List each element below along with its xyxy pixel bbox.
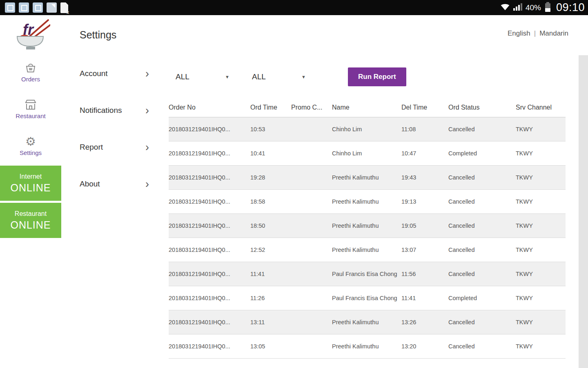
battery-percent: 40% [526, 3, 541, 12]
cell-ord-status: Cancelled [448, 343, 516, 350]
app-logo[interactable]: fr [0, 18, 61, 55]
status-bar-notifications [5, 2, 68, 13]
app-notification-icon-1 [5, 2, 15, 13]
cell-order-no: 2018031219401IHQ0... [169, 343, 250, 350]
file-error-icon [60, 2, 68, 13]
sidebar-item-label: Settings [0, 149, 61, 156]
cell-name: Paul Francis Eisa Chong [332, 294, 401, 302]
table-row[interactable]: 2018031219401IHQ0... 11:41 Paul Francis … [169, 262, 566, 286]
cell-del-time: 19:13 [401, 198, 448, 206]
sidebar-item-label: Orders [0, 76, 61, 83]
menu-item-account[interactable]: Account › [61, 55, 157, 92]
table-row[interactable]: 2018031219401IHQ0... 18:50 Preethi Kalim… [169, 214, 566, 238]
wifi-icon [500, 3, 510, 12]
chevron-right-icon: › [145, 179, 149, 190]
table-row[interactable]: 2018031219401IHQ0... 19:28 Preethi Kalim… [169, 166, 566, 190]
cell-del-time: 13:26 [401, 319, 448, 326]
orders-basket-icon [0, 61, 61, 75]
table-row[interactable]: 2018031219401IHQ0... 10:41 Chinho Lim 10… [169, 141, 566, 166]
cell-name: Chinho Lim [332, 150, 401, 157]
table-row[interactable]: 2018031219401IHQ0... 18:58 Preethi Kalim… [169, 190, 566, 214]
cell-srv-channel: TKWY [516, 294, 566, 302]
cell-ord-time: 19:28 [250, 174, 291, 182]
cell-name: Preethi Kalimuthu [332, 174, 401, 182]
language-option-english[interactable]: English [508, 29, 530, 37]
cell-del-time: 19:43 [401, 174, 448, 182]
menu-item-label: Account [80, 69, 108, 78]
cell-order-no: 2018031219401IHQ0... [169, 150, 250, 157]
orders-table: Order No Ord Time Promo C... Name Del Ti… [169, 98, 566, 359]
chevron-right-icon: › [145, 68, 149, 79]
sidebar-item-restaurant[interactable]: Restaurant [0, 98, 61, 121]
cell-srv-channel: TKWY [516, 270, 566, 278]
table-row[interactable]: 2018031219401IHQ0... 10:53 Chinho Lim 11… [169, 117, 566, 141]
cell-srv-channel: TKWY [516, 319, 566, 326]
menu-item-label: Report [80, 143, 103, 152]
cell-name: Preethi Kalimuthu [332, 198, 401, 206]
screen: 40% 09:10 fr [0, 0, 588, 368]
cell-order-no: 2018031219401IHQ0... [169, 174, 250, 182]
menu-item-label: About [80, 180, 100, 188]
cell-ord-time: 13:05 [250, 343, 291, 350]
clock: 09:10 [556, 1, 585, 14]
col-order-no: Order No [169, 103, 250, 112]
cell-srv-channel: TKWY [516, 126, 566, 133]
table-header: Order No Ord Time Promo C... Name Del Ti… [169, 98, 566, 117]
cell-srv-channel: TKWY [516, 246, 566, 254]
sidebar-item-label: Restaurant [0, 112, 61, 119]
status-title: Internet [20, 173, 42, 180]
cell-order-no: 2018031219401IHQ0... [169, 270, 250, 278]
cell-ord-time: 12:52 [250, 246, 291, 254]
internet-status-badge: Internet ONLINE [0, 166, 61, 201]
col-del-time: Del Time [401, 103, 448, 112]
cell-name: Preethi Kalimuthu [332, 343, 401, 350]
table-row[interactable]: 2018031219401IHQ0... 11:26 Paul Francis … [169, 286, 566, 310]
status-title: Restaurant [15, 210, 47, 218]
cell-ord-status: Cancelled [448, 174, 516, 182]
cell-order-no: 2018031219401IHQ0... [169, 198, 250, 206]
table-row[interactable]: 2018031219401IHQ0... 12:52 Preethi Kalim… [169, 238, 566, 262]
col-ord-status: Ord Status [448, 103, 516, 112]
scrollbar-track[interactable] [579, 55, 588, 368]
sidebar-item-settings[interactable]: ⚙ Settings [0, 135, 61, 157]
cell-order-no: 2018031219401IHQ0... [169, 246, 250, 254]
cell-srv-channel: TKWY [516, 343, 566, 350]
filter-dropdown-1[interactable]: ALL ▼ [176, 67, 229, 86]
cell-srv-channel: TKWY [516, 150, 566, 157]
menu-item-notifications[interactable]: Notifications › [61, 92, 157, 129]
col-name: Name [332, 103, 401, 112]
app-notification-icon-3 [33, 2, 43, 13]
cell-ord-status: Completed [448, 294, 516, 302]
language-option-mandarin[interactable]: Mandarin [539, 29, 568, 37]
filter-dropdown-2[interactable]: ALL ▼ [252, 67, 306, 86]
col-ord-time: Ord Time [250, 103, 291, 112]
caret-down-icon: ▼ [225, 74, 229, 79]
cell-ord-status: Completed [448, 150, 516, 157]
cell-ord-time: 18:58 [250, 198, 291, 206]
menu-item-about[interactable]: About › [61, 166, 157, 202]
cell-ord-time: 13:11 [250, 319, 291, 326]
sidebar-item-orders[interactable]: Orders [0, 61, 61, 84]
status-state: ONLINE [10, 182, 51, 194]
cell-name: Preethi Kalimuthu [332, 246, 401, 254]
cell-srv-channel: TKWY [516, 222, 566, 230]
table-row[interactable]: 2018031219401IHQ0... 13:11 Preethi Kalim… [169, 310, 566, 334]
menu-item-label: Notifications [80, 106, 122, 115]
table-body: 2018031219401IHQ0... 10:53 Chinho Lim 11… [169, 117, 566, 359]
status-bar-system: 40% 09:10 [500, 1, 585, 14]
cell-name: Paul Francis Eisa Chong [332, 270, 401, 278]
cell-ord-time: 11:26 [250, 294, 291, 302]
status-bar: 40% 09:10 [0, 0, 588, 15]
col-promo-code: Promo C... [291, 103, 332, 112]
menu-item-report[interactable]: Report › [61, 129, 157, 166]
cell-srv-channel: TKWY [516, 198, 566, 206]
cell-name: Preethi Kalimuthu [332, 222, 401, 230]
cell-del-time: 13:20 [401, 343, 448, 350]
table-row[interactable]: 2018031219401IHQ0... 13:05 Preethi Kalim… [169, 334, 566, 359]
sidebar: fr Orders [0, 15, 61, 368]
cell-order-no: 2018031219401IHQ0... [169, 294, 250, 302]
run-report-button[interactable]: Run Report [348, 67, 406, 86]
cell-del-time: 19:05 [401, 222, 448, 230]
app-notification-icon-2 [19, 2, 29, 13]
battery-icon [545, 3, 550, 12]
